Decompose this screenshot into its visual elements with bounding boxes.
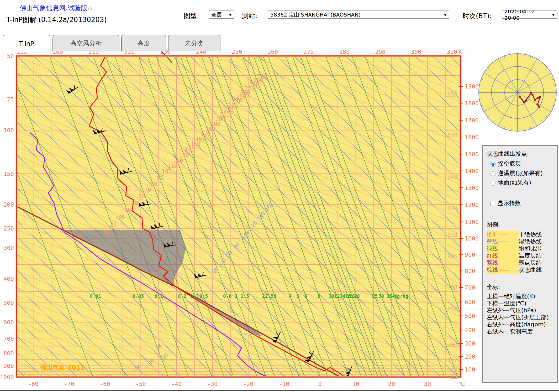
right-inner-axis-label: 905 xyxy=(447,253,457,259)
coords-title: 坐标: xyxy=(487,284,552,291)
home-icon[interactable]: ⌂ xyxy=(88,4,92,12)
left-axis-label: 600 xyxy=(3,319,14,326)
bottom-axis-unit: ℃ xyxy=(458,381,465,387)
options-panel: 状态曲线出发点: 探空底层 逆温层顶(如果有) 地面(如果有) 显示指数 图例:… xyxy=(482,145,558,383)
svg-text:12: 12 xyxy=(334,293,340,299)
legend-item: 紫线——露点层结 xyxy=(487,259,557,266)
chevron-down-icon: ▼ xyxy=(226,13,232,17)
right-inner-axis-label: 1853 xyxy=(444,92,457,98)
right-inner-axis-label: 708 xyxy=(447,284,457,291)
svg-text:0.5: 0.5 xyxy=(199,293,208,299)
right-inner-axis-label: 79 xyxy=(451,366,457,372)
svg-text:60: 60 xyxy=(138,193,145,200)
page-bottom-divider xyxy=(0,390,559,391)
svg-text:30: 30 xyxy=(378,293,384,299)
radio-ground-input[interactable] xyxy=(491,181,495,186)
svg-text:25: 25 xyxy=(372,293,378,299)
legend-title: 图例: xyxy=(487,221,557,229)
bottom-axis-label: 30 xyxy=(424,381,431,387)
svg-text:0.8: 0.8 xyxy=(223,293,232,299)
svg-text:35: 35 xyxy=(386,293,392,299)
right-axis-label: 900 xyxy=(465,252,475,258)
left-axis-label: 1000 xyxy=(0,374,14,380)
watermark: 佛山气象 2011 xyxy=(40,364,85,371)
chart-type-label: 图型: xyxy=(184,12,199,20)
legend-item: 棕线——状态曲线 xyxy=(487,266,557,273)
legend-item: 蓝线——湿绝热线 xyxy=(487,238,557,245)
svg-text:80: 80 xyxy=(151,181,157,187)
right-axis-label: 600 xyxy=(465,299,475,305)
right-axis-label: 1400 xyxy=(465,168,479,174)
svg-text:100: 100 xyxy=(162,168,172,175)
right-axis-label: 500 xyxy=(465,313,475,319)
station-select[interactable]: 58362 宝山 SHANGHAI (BAOSHAN) ▼ xyxy=(268,11,449,19)
bottom-axis-label: -20 xyxy=(243,381,254,387)
svg-text:8: 8 xyxy=(318,293,321,299)
bottom-axis-label: -80 xyxy=(28,381,39,387)
svg-text:10: 10 xyxy=(102,229,109,236)
time-select[interactable]: 2020-04-12 20:00 ▼ xyxy=(502,11,557,19)
right-inner-axis-label: 147 xyxy=(447,357,457,363)
radio-sounding-base[interactable]: 探空底层 xyxy=(489,160,557,168)
legend-item: 红线——温度层结 xyxy=(487,252,557,259)
left-axis-label: 900 xyxy=(3,363,14,369)
tab-unclassified[interactable]: 未分类 xyxy=(168,35,220,51)
legend-item: 绿线——饱和比湿 xyxy=(487,245,557,252)
right-inner-axis-label: 15 xyxy=(451,374,457,380)
tab-upper-wind[interactable]: 高空风分析 xyxy=(52,35,119,51)
page-title: T-lnP图解 (0.14.2a/20130203) xyxy=(6,15,107,24)
bottom-axis-label: 10 xyxy=(352,381,359,387)
show-index-checkbox-input[interactable] xyxy=(490,201,495,206)
right-axis-label: 1000 xyxy=(465,235,479,242)
left-axis-label: 500 xyxy=(3,300,14,306)
svg-text:2.5: 2.5 xyxy=(265,293,274,299)
right-axis-label: 1700 xyxy=(465,117,479,124)
right-axis-label: 1500 xyxy=(465,151,479,158)
chart-type-select[interactable]: 全层 ▼ xyxy=(209,11,234,19)
right-axis-label: 1800 xyxy=(465,100,479,107)
wind-hodograph xyxy=(478,53,556,131)
bottom-axis-label: -60 xyxy=(100,381,110,387)
right-axis-label: 1300 xyxy=(465,185,479,191)
svg-text:2: 2 xyxy=(262,293,265,299)
chevron-down-icon: ▼ xyxy=(441,13,447,17)
tab-height[interactable]: 高度 xyxy=(121,35,166,51)
bottom-axis-label: -10 xyxy=(279,381,289,387)
radio-sounding-base-input[interactable] xyxy=(491,162,495,167)
state-curve-origin-title: 状态曲线出发点: xyxy=(487,150,557,158)
tab-t-lnp[interactable]: T-lnP xyxy=(3,35,50,53)
radio-inversion-top[interactable]: 逆温层顶(如果有) xyxy=(489,169,557,177)
tab-bar: T-lnP 高空风分析 高度 未分类 xyxy=(0,35,559,53)
left-axis-label: 50 xyxy=(7,53,14,59)
right-axis-label: 200 xyxy=(465,353,475,360)
left-axis-label: 250 xyxy=(3,225,14,232)
left-axis-label: 150 xyxy=(3,171,14,177)
svg-text:90: 90 xyxy=(157,175,164,181)
right-inner-axis-label: 1369 xyxy=(444,174,457,180)
show-index-checkbox[interactable]: 显示指数 xyxy=(489,199,557,207)
right-inner-axis-label: 1630 xyxy=(444,132,457,138)
svg-text:50: 50 xyxy=(131,200,138,206)
right-inner-axis-label: 300 xyxy=(447,342,457,348)
chart-type-value: 全层 xyxy=(211,11,222,18)
bottom-axis-label: -70 xyxy=(64,381,74,387)
left-axis-label: 400 xyxy=(3,276,14,282)
right-inner-axis-label: 1029 xyxy=(444,232,457,238)
radio-ground[interactable]: 地面(如果有) xyxy=(489,179,557,187)
bottom-axis-label: 20 xyxy=(388,381,395,387)
svg-text:20: 20 xyxy=(354,293,360,299)
right-inner-axis-label: 1179 xyxy=(444,205,457,211)
t-lnp-diagram: 3002902802702602502402302202102001901801… xyxy=(0,0,559,392)
left-axis-label: 300 xyxy=(3,245,14,251)
right-axis-label: 400 xyxy=(465,327,475,333)
svg-text:0.1: 0.1 xyxy=(155,293,163,299)
svg-text:10: 10 xyxy=(329,293,334,299)
t-lnp-app-page: 3002902802702602502402302202102001901801… xyxy=(0,0,559,392)
right-axis-label: 1100 xyxy=(465,219,479,225)
radio-inversion-top-input[interactable] xyxy=(491,171,495,176)
right-axis-label: 1200 xyxy=(465,202,479,208)
svg-text:4: 4 xyxy=(289,293,292,299)
site-title-link[interactable]: 佛山气象信息网.试验版⌂ xyxy=(20,4,92,12)
station-label: 测站: xyxy=(242,12,257,20)
svg-text:0.3: 0.3 xyxy=(190,293,199,299)
